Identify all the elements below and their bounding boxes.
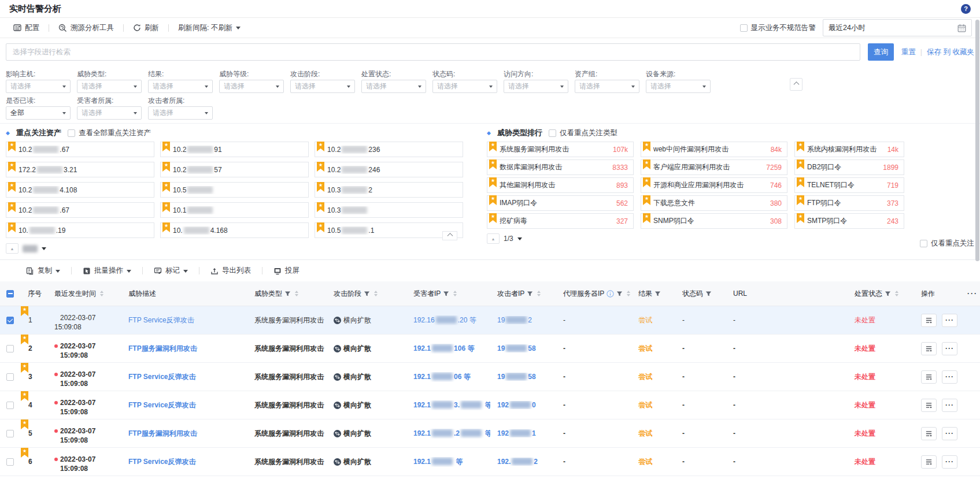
- threat-type-tag[interactable]: ★ TELNET弱口令 719: [794, 177, 904, 193]
- vertical-scrollbar[interactable]: [975, 20, 979, 261]
- filter-select[interactable]: 请选择: [361, 80, 426, 93]
- col-header-victim[interactable]: 受害者IP: [406, 289, 490, 299]
- col-header-handle[interactable]: 处置状态: [848, 289, 914, 299]
- query-button[interactable]: 查询: [868, 43, 894, 61]
- select-all-checkbox[interactable]: [6, 290, 14, 298]
- threat-desc-link[interactable]: FTP Service反弹攻击: [128, 315, 194, 325]
- focus-asset-tag[interactable]: ★ 10.5.1: [315, 222, 463, 238]
- sort-icon[interactable]: [374, 289, 378, 298]
- help-icon[interactable]: ?: [961, 4, 971, 14]
- checkbox[interactable]: [740, 24, 748, 32]
- nonstandard-alert-checkbox[interactable]: 显示业务不规范告警: [740, 23, 816, 33]
- row-detail-button[interactable]: [921, 427, 937, 440]
- filter-select[interactable]: 请选择: [290, 80, 355, 93]
- view-all-assets-checkbox[interactable]: 查看全部重点关注资产: [68, 128, 151, 138]
- handle-status[interactable]: 未处置: [855, 457, 875, 467]
- filter-funnel-icon[interactable]: [364, 291, 370, 297]
- copy-dropdown-button[interactable]: 复制: [26, 266, 60, 276]
- filter-select[interactable]: 请选择: [77, 80, 142, 93]
- threat-type-tag[interactable]: ★ SMTP弱口令 243: [794, 213, 904, 229]
- assets-page-up-button[interactable]: ▲: [6, 243, 19, 254]
- threat-desc-link[interactable]: FTP服务漏洞利用攻击: [128, 344, 197, 354]
- row-more-button[interactable]: ···: [942, 314, 957, 327]
- threat-type-tag[interactable]: ★ 挖矿病毒 327: [487, 213, 634, 229]
- focus-asset-tag[interactable]: ★ 10.24.108: [6, 182, 154, 198]
- focus-asset-tag[interactable]: ★ 10.2236: [315, 142, 463, 157]
- threat-desc-link[interactable]: FTP Service反弹攻击: [128, 400, 195, 410]
- threat-type-tag[interactable]: ★ 系统内核漏洞利用攻击 14k: [794, 142, 904, 157]
- col-header-more[interactable]: ···: [960, 289, 980, 298]
- handle-status[interactable]: 未处置: [855, 400, 875, 410]
- threat-type-tag[interactable]: ★ 数据库漏洞利用攻击 8333: [487, 159, 634, 175]
- filter-select[interactable]: 请选择: [148, 80, 213, 93]
- focus-asset-tag[interactable]: ★ 10.2.67: [6, 142, 154, 157]
- handle-status[interactable]: 未处置: [855, 315, 875, 325]
- row-detail-button[interactable]: [921, 455, 937, 469]
- checkbox[interactable]: [549, 129, 556, 137]
- victim-ip-link[interactable]: 192.1106 等: [413, 344, 474, 354]
- attacker-ip-link[interactable]: 1920: [497, 401, 536, 409]
- filter-select[interactable]: 全部: [6, 106, 71, 120]
- threat-desc-link[interactable]: FTP Service反弹攻击: [128, 457, 195, 467]
- focus-asset-tag[interactable]: ★ 10.1: [160, 202, 309, 218]
- row-checkbox[interactable]: [6, 458, 14, 466]
- col-header-stage[interactable]: 攻击阶段: [327, 289, 406, 299]
- row-more-button[interactable]: ···: [942, 455, 957, 469]
- focus-asset-tag[interactable]: ★ 10.2.67: [6, 202, 154, 218]
- filter-funnel-icon[interactable]: [705, 291, 712, 297]
- handle-status[interactable]: 未处置: [855, 429, 875, 439]
- attacker-ip-link[interactable]: 1921: [497, 429, 536, 437]
- row-checkbox-cell[interactable]: [0, 430, 21, 437]
- focus-asset-tag[interactable]: ★ 10..19: [6, 222, 154, 238]
- col-header-result[interactable]: 结果: [631, 289, 675, 299]
- victim-ip-link[interactable]: 192.16.20 等: [413, 315, 476, 325]
- threat-type-tag[interactable]: ★ 其他漏洞利用攻击 893: [487, 177, 634, 193]
- threat-type-tag[interactable]: ★ IMAP弱口令 562: [487, 195, 634, 211]
- row-detail-button[interactable]: [921, 399, 937, 412]
- attacker-ip-link[interactable]: 192: [497, 316, 532, 324]
- row-checkbox[interactable]: [6, 317, 14, 324]
- filter-funnel-icon[interactable]: [654, 291, 661, 297]
- trace-tool-button[interactable]: 溯源分析工具: [58, 23, 114, 33]
- row-more-button[interactable]: ···: [942, 399, 957, 412]
- row-checkbox-cell[interactable]: [0, 402, 21, 409]
- filter-select[interactable]: 请选择: [6, 80, 71, 93]
- checkbox[interactable]: [68, 129, 75, 137]
- filter-select[interactable]: 请选择: [646, 80, 711, 93]
- filter-funnel-icon[interactable]: [443, 291, 449, 297]
- cast-screen-button[interactable]: 投屏: [273, 266, 299, 276]
- filter-select[interactable]: 请选择: [219, 80, 284, 93]
- filter-funnel-icon[interactable]: [284, 291, 291, 297]
- focus-asset-tag[interactable]: ★ 10.2246: [315, 162, 463, 177]
- reset-link[interactable]: 重置: [901, 47, 916, 57]
- section-collapse-button[interactable]: [442, 231, 457, 240]
- filter-select[interactable]: 请选择: [432, 80, 497, 93]
- filter-select[interactable]: 请选择: [504, 80, 568, 93]
- threat-type-tag[interactable]: ★ 系统服务漏洞利用攻击 107k: [487, 142, 634, 157]
- row-checkbox-cell[interactable]: [0, 345, 21, 352]
- time-range-picker[interactable]: 最近24小时: [823, 19, 972, 36]
- col-header-proxy[interactable]: 代理服务器IP: [556, 289, 631, 299]
- threat-type-tag[interactable]: ★ web中间件漏洞利用攻击 84k: [641, 142, 787, 157]
- filter-funnel-icon[interactable]: [527, 291, 533, 297]
- export-list-button[interactable]: 导出列表: [210, 266, 251, 276]
- col-header-time[interactable]: 最近发生时间: [47, 289, 121, 299]
- refresh-button[interactable]: 刷新: [133, 23, 159, 33]
- sort-icon[interactable]: [100, 289, 103, 298]
- threat-type-tag[interactable]: ★ DB2弱口令 1899: [794, 159, 904, 175]
- focus-asset-tag[interactable]: ★ 10.257: [160, 162, 309, 177]
- col-header-attacker[interactable]: 攻击者IP: [490, 289, 556, 299]
- row-checkbox-cell[interactable]: [0, 317, 21, 324]
- row-checkbox[interactable]: [6, 430, 14, 437]
- filter-select[interactable]: 请选择: [148, 106, 213, 120]
- row-more-button[interactable]: ···: [942, 342, 957, 355]
- row-checkbox-cell[interactable]: [0, 373, 21, 381]
- col-header-type[interactable]: 威胁类型: [247, 289, 327, 299]
- sort-icon[interactable]: [295, 289, 298, 298]
- batch-actions-dropdown-button[interactable]: 批量操作: [83, 266, 131, 276]
- filter-funnel-icon[interactable]: [616, 291, 623, 297]
- row-checkbox[interactable]: [6, 345, 14, 352]
- row-checkbox-cell[interactable]: [0, 458, 21, 466]
- handle-status[interactable]: 未处置: [855, 344, 875, 354]
- row-detail-button[interactable]: [921, 314, 937, 327]
